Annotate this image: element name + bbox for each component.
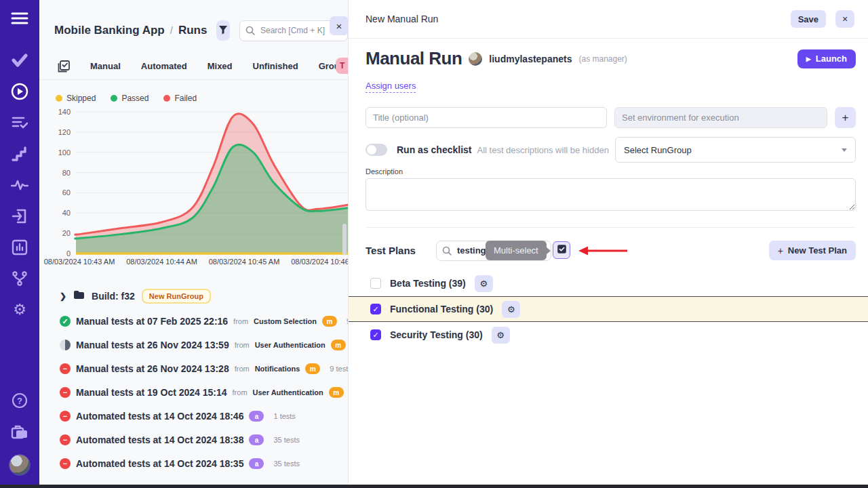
run-row[interactable]: ✓ Manual tests at 07 Feb 2025 22:16 from… [60,313,348,329]
run-source[interactable]: User Authentication [253,388,323,396]
tab-overflow-badge[interactable]: T [336,58,348,74]
scrollbar-thumb[interactable] [342,224,347,255]
svg-text:08/03/2024 10:46 AM: 08/03/2024 10:46 AM [291,258,348,266]
toggle-knob [367,145,376,155]
check-icon[interactable] [11,52,28,69]
page-title: Manual Run [366,48,462,69]
plan-checkbox[interactable]: ✓ [370,329,381,340]
svg-text:60: 60 [62,188,71,197]
gear-icon[interactable]: ⚙ [475,275,493,292]
run-title-input[interactable] [366,107,607,128]
run-heading-row: Manual Run liudmylastepanets (as manager… [366,48,856,69]
breadcrumb-project[interactable]: Mobile Banking App [54,24,165,37]
list-check-icon[interactable] [11,114,28,131]
run-tests-count: 35 tests [273,436,300,444]
environment-input[interactable] [614,107,827,128]
multi-select-tooltip: Multi-select [486,241,547,260]
run-row[interactable]: − Manual tests at 26 Nov 2024 13:28 from… [60,361,348,377]
help-icon[interactable]: ? [11,392,28,409]
activity-icon[interactable] [11,176,28,194]
assign-users-link[interactable]: Assign users [366,81,416,93]
run-row[interactable]: − Automated tests at 14 Oct 2024 18:35 a… [60,455,348,472]
plan-checkbox[interactable]: ✓ [370,304,381,314]
run-tests-count: 9 tests [330,365,348,373]
area-chart: 02040608010012014008/03/2024 10:43 AM08/… [39,104,348,271]
play-icon[interactable] [11,83,28,100]
gear-icon[interactable]: ⚙ [502,301,520,318]
chevron-right-icon[interactable]: ❯ [60,291,66,301]
run-title[interactable]: Automated tests at 14 Oct 2024 18:35 [76,458,243,469]
run-title[interactable]: Manual tests at 19 Oct 2024 15:14 [76,387,227,398]
run-row[interactable]: Manual tests at 26 Nov 2024 13:59 from U… [60,337,348,353]
run-source[interactable]: User Authentication [255,341,326,349]
new-test-plan-button[interactable]: + New Test Plan [769,241,856,260]
projects-icon[interactable] [11,423,28,441]
chevron-down-icon [842,148,847,152]
run-row[interactable]: − Manual tests at 19 Oct 2024 15:14 from… [60,384,348,401]
run-type-badge: a [249,458,264,469]
in-progress-icon [60,340,71,350]
svg-text:08/03/2024 10:44 AM: 08/03/2024 10:44 AM [126,258,197,266]
rungroup-row[interactable]: ❯ Build: f32 New RunGroup [60,287,348,305]
run-title[interactable]: Automated tests at 14 Oct 2024 18:46 [76,411,243,422]
tab-automated[interactable]: Automated [141,61,187,71]
skipped-dot-icon [56,95,62,102]
new-manual-run-panel: New Manual Run Save × Manual Run liudmyl… [348,0,868,488]
branch-icon[interactable] [11,270,28,287]
description-textarea[interactable] [366,178,856,211]
test-plan-row[interactable]: ✓ Functional Testing (30) ⚙ [349,296,868,322]
close-search-button[interactable]: × [330,16,348,35]
window-bottom-edge [0,485,868,488]
run-title[interactable]: Manual tests at 26 Nov 2024 13:59 [76,340,229,350]
close-panel-button[interactable]: × [835,10,854,28]
run-type-badge: m [331,340,346,350]
run-row[interactable]: − Automated tests at 14 Oct 2024 18:38 a… [60,432,348,448]
run-report-icon[interactable] [58,60,70,73]
add-environment-button[interactable]: + [835,107,856,128]
checklist-hint: All test descriptions will be hidden [477,145,609,155]
launch-button[interactable]: ▶ Launch [797,49,856,68]
run-as-checklist-toggle[interactable] [366,144,387,156]
plan-label[interactable]: Functional Testing (30) [390,304,493,314]
title-env-row: + [366,107,856,128]
menu-icon[interactable] [11,9,28,27]
run-from-word: from [235,341,250,349]
test-plan-row[interactable]: Beta Testing (39) ⚙ [366,270,856,296]
steps-icon[interactable] [11,145,28,163]
filter-button[interactable] [216,20,230,41]
rungroup-select[interactable]: Select RunGroup [615,137,856,163]
tab-mixed[interactable]: Mixed [208,61,233,71]
sign-in-icon[interactable] [11,207,28,225]
manager-avatar[interactable] [469,52,482,66]
annotation-arrow-icon [577,245,629,259]
run-source[interactable]: Notifications [255,365,300,373]
manager-role: (as manager) [579,54,627,64]
save-button[interactable]: Save [791,10,826,28]
reports-icon[interactable] [11,239,28,256]
settings-gear-icon[interactable]: ⚙ [11,301,28,319]
runs-tabs: Manual Automated Mixed Unfinished Groups… [39,53,348,80]
run-type-badge: a [249,411,264,422]
gear-icon[interactable]: ⚙ [492,327,510,344]
svg-text:08/03/2024 10:43 AM: 08/03/2024 10:43 AM [44,258,115,266]
run-title[interactable]: Manual tests at 26 Nov 2024 13:28 [76,363,229,374]
breadcrumb: Mobile Banking App / Runs [54,24,207,37]
runs-chart: 02040608010012014008/03/2024 10:43 AM08/… [39,104,348,274]
runs-panel: Mobile Banking App / Runs × Manual Autom… [39,0,348,488]
run-from-word: from [233,317,248,325]
multi-select-button[interactable] [553,241,570,259]
run-source[interactable]: Custom Selection [254,317,317,325]
run-title[interactable]: Manual tests at 07 Feb 2025 22:16 [76,316,228,327]
rungroup-label[interactable]: Build: f32 [92,291,135,302]
manager-name[interactable]: liudmylastepanets [489,54,572,64]
plan-label[interactable]: Security Testing (30) [390,329,483,340]
run-row[interactable]: − Automated tests at 14 Oct 2024 18:46 a… [60,408,348,424]
user-avatar[interactable] [9,454,31,476]
breadcrumb-page: Runs [178,24,208,37]
tab-unfinished[interactable]: Unfinished [253,61,298,71]
test-plan-row[interactable]: ✓ Security Testing (30) ⚙ [366,322,856,348]
plan-label[interactable]: Beta Testing (39) [390,278,466,289]
tab-manual[interactable]: Manual [90,61,121,71]
plan-checkbox[interactable] [370,278,381,289]
run-title[interactable]: Automated tests at 14 Oct 2024 18:38 [76,434,243,445]
